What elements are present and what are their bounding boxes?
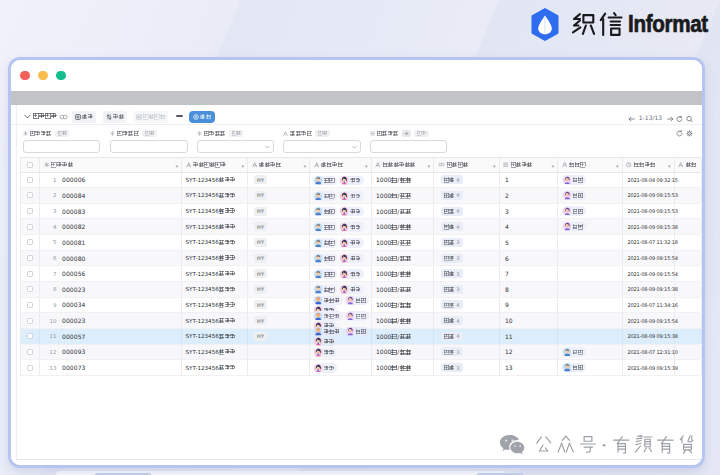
workshop-tag[interactable]: HY <box>254 269 267 278</box>
cell-process-no[interactable]: 000023 <box>62 286 86 293</box>
steps-view-button[interactable]: 查看3 <box>441 254 463 263</box>
column-menu-arrow-icon[interactable]: ▾ <box>303 163 306 169</box>
member-chip[interactable]: 曾烨森 <box>314 311 343 321</box>
cell-equipment[interactable]: SYT-123456型车床 <box>182 255 235 261</box>
filter-input[interactable] <box>370 140 448 153</box>
row-checkbox[interactable] <box>27 286 33 292</box>
steps-view-button[interactable]: 查看4 <box>441 191 463 200</box>
filter-select[interactable] <box>283 140 361 153</box>
table-row[interactable]: 5000081SYT-123456型车床HY吴倩樊机1000吨/万元查看3520… <box>20 235 702 251</box>
cell-super-no[interactable]: 9 <box>500 301 509 308</box>
cell-submit-time[interactable]: 2021-08-09 09:15:38 <box>623 286 678 292</box>
filter-input[interactable] <box>110 140 188 153</box>
table-row[interactable]: 2000084SYT-123456型车床HY吴倩樊机1000吨/万元查看42刘倩… <box>20 188 702 204</box>
member-chip[interactable]: 刘倩 <box>345 311 369 321</box>
member-chip[interactable]: 吴倩 <box>314 269 338 279</box>
cell-indicator[interactable]: 1000吨/万元 <box>372 348 412 355</box>
steps-view-button[interactable]: 查看4 <box>441 175 463 184</box>
member-chip[interactable]: 刘倩 <box>345 327 369 337</box>
cell-equipment[interactable]: SYT-123456型车床 <box>182 333 235 339</box>
submitter-chip[interactable]: 吴倩 <box>562 363 586 373</box>
column-header-submit_time[interactable]: 提交时间▾ <box>623 158 675 172</box>
filter-settings-gear-icon[interactable] <box>686 130 693 137</box>
submitter-chip[interactable]: 刘倩 <box>562 206 586 216</box>
workshop-tag[interactable]: HY <box>254 316 267 325</box>
column-header-super_no[interactable]: 超级编号▾ <box>500 158 559 172</box>
column-menu-arrow-icon[interactable]: ▾ <box>427 163 430 169</box>
workshop-tag[interactable]: HY <box>254 285 267 294</box>
cell-submit-time[interactable]: 2021-08-04 09:32:15 <box>623 177 678 183</box>
column-menu-arrow-icon[interactable]: ▾ <box>616 163 619 169</box>
table-row[interactable]: 3000083SYT-123456型车床HY吴倩樊机1000吨/万元查看43刘倩… <box>20 204 702 220</box>
cell-submit-time[interactable]: 2021-08-09 09:15:54 <box>623 255 678 261</box>
cell-equipment[interactable]: SYT-123456型车床 <box>182 208 235 214</box>
member-chip[interactable]: 樊机 <box>340 285 364 295</box>
cell-process-no[interactable]: 000056 <box>62 270 86 277</box>
workshop-tag[interactable]: HY <box>254 300 267 309</box>
submitter-chip[interactable]: 吴倩 <box>562 347 586 357</box>
column-menu-arrow-icon[interactable]: ▾ <box>493 163 496 169</box>
column-header-submitter[interactable]: 提交者▾ <box>558 158 623 172</box>
select-all-checkbox-header[interactable] <box>21 158 41 172</box>
row-checkbox[interactable] <box>27 271 33 277</box>
member-chip[interactable]: 樊机 <box>340 238 364 248</box>
member-chip[interactable]: 樊机 <box>340 254 364 264</box>
member-chip[interactable]: 曾烨森 <box>314 296 343 306</box>
column-menu-arrow-icon[interactable]: ▾ <box>365 163 368 169</box>
table-row[interactable]: 11000057SYT-123456型车床HY曾烨森刘倩樊机1000吨/万元查看… <box>20 329 702 345</box>
cell-equipment[interactable]: SYT-123456型车床 <box>182 349 235 355</box>
share-link-icon[interactable] <box>59 114 68 120</box>
zoom-window-button[interactable] <box>56 71 66 81</box>
cell-submit-time[interactable]: 2021-08-07 12:31:10 <box>623 349 678 355</box>
member-chip[interactable]: 吴倩 <box>314 222 338 232</box>
cell-super-no[interactable]: 3 <box>500 208 509 215</box>
row-checkbox[interactable] <box>27 224 33 230</box>
steps-view-button[interactable]: 查看3 <box>441 269 463 278</box>
cell-indicator[interactable]: 1000吨/万元 <box>372 239 412 246</box>
next-page-icon[interactable] <box>667 113 674 125</box>
refresh-icon[interactable] <box>676 113 683 125</box>
cell-super-no[interactable]: 2 <box>500 192 509 199</box>
column-header-note[interactable]: 备注 <box>675 158 703 172</box>
filter-select[interactable] <box>197 140 275 153</box>
steps-view-button[interactable]: 查看4 <box>441 222 463 231</box>
cell-equipment[interactable]: SYT-123456型车床 <box>182 302 235 308</box>
filter-operator[interactable]: 包含 <box>142 130 157 137</box>
cell-process-no[interactable]: 000083 <box>62 208 86 215</box>
column-header-members[interactable]: 劳动定员▾ <box>310 158 372 172</box>
workshop-tag[interactable]: HY <box>254 222 267 231</box>
column-menu-arrow-icon[interactable]: ▾ <box>175 163 178 169</box>
cell-process-no[interactable]: 000082 <box>62 223 86 230</box>
workshop-tag[interactable]: HY <box>254 332 267 341</box>
cell-process-no[interactable]: 000057 <box>62 333 86 340</box>
cell-process-no[interactable]: 000093 <box>62 348 86 355</box>
cell-super-no[interactable]: 11 <box>500 333 513 340</box>
cell-submit-time[interactable]: 2021-08-07 11:34:16 <box>623 302 678 308</box>
filter-operator[interactable]: 包含 <box>315 130 330 137</box>
column-header-workshop[interactable]: 生产车间▾ <box>248 158 310 172</box>
cell-submit-time[interactable]: 2021-08-07 11:32:18 <box>623 239 678 245</box>
select-all-checkbox[interactable] <box>27 162 33 168</box>
row-checkbox[interactable] <box>27 365 33 371</box>
cell-submit-time[interactable]: 2021-08-09 09:15:39 <box>623 365 678 371</box>
row-checkbox[interactable] <box>27 318 33 324</box>
cell-submit-time[interactable]: 2021-08-09 09:15:54 <box>623 271 678 277</box>
cell-process-no[interactable]: 000080 <box>62 255 86 262</box>
cell-equipment[interactable]: SYT-123456型车床 <box>182 318 235 324</box>
close-window-button[interactable] <box>20 71 30 81</box>
row-checkbox[interactable] <box>27 349 33 355</box>
row-checkbox[interactable] <box>27 208 33 214</box>
cell-super-no[interactable]: 1 <box>500 176 509 183</box>
member-chip[interactable]: 吴倩 <box>314 285 338 295</box>
cell-super-no[interactable]: 6 <box>500 255 509 262</box>
minimize-window-button[interactable] <box>38 71 48 81</box>
submitter-chip[interactable]: 刘倩 <box>562 175 586 185</box>
cell-super-no[interactable]: 13 <box>500 364 513 371</box>
filter-operator[interactable]: 包含 <box>229 130 244 137</box>
filter-operator[interactable]: 包含 <box>55 130 70 137</box>
row-checkbox[interactable] <box>27 302 33 308</box>
submitter-chip[interactable]: 刘倩 <box>562 191 586 201</box>
create-button[interactable]: 创建 <box>72 111 96 123</box>
table-row[interactable]: 12000093SYT-123456型车床樊机1000吨/万元查看312吴倩20… <box>20 345 702 361</box>
cell-indicator[interactable]: 1000吨/万元 <box>372 223 412 230</box>
